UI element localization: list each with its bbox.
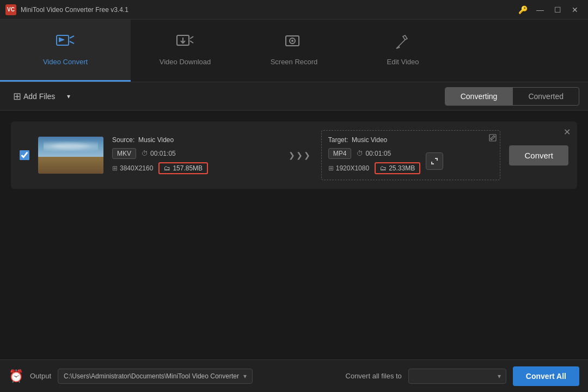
- source-resolution-item: ⊞ 3840X2160: [112, 164, 153, 172]
- source-block: Source: Music Video MKV ⏱ 00:01:05 ⊞ 384…: [112, 136, 278, 174]
- target-meta-row1: MP4 ⏱ 00:01:05: [328, 148, 420, 159]
- key-button[interactable]: 🔑: [515, 4, 530, 15]
- nav-item-video-download[interactable]: Video Download: [131, 20, 240, 82]
- convert-all-select[interactable]: [408, 369, 506, 384]
- output-clock-icon: ⏰: [9, 369, 23, 383]
- target-resize-button[interactable]: [426, 152, 443, 170]
- source-size: 157.85MB: [173, 164, 203, 172]
- file-checkbox[interactable]: [20, 150, 29, 160]
- source-label: Source: Music Video: [112, 136, 278, 144]
- target-name: Music Video: [352, 136, 387, 144]
- nav-label-screen-record: Screen Record: [271, 58, 318, 66]
- convert-all-button[interactable]: Convert All: [513, 366, 579, 386]
- nav-label-edit-video: Edit Video: [387, 58, 419, 66]
- source-resolution: 3840X2160: [120, 164, 153, 172]
- source-label-text: Source:: [112, 136, 134, 144]
- target-size-box: 🗂 25.33MB: [375, 162, 420, 174]
- target-size-icon: 🗂: [380, 164, 387, 172]
- bottom-bar: ⏰ Output C:\Users\Administrator\Document…: [0, 359, 588, 392]
- add-files-button[interactable]: ⊞ Add Files: [9, 87, 59, 106]
- file-card: ✕ Source: Music Video MKV ⏱ 00:01:05: [11, 121, 577, 189]
- nav-item-screen-record[interactable]: Screen Record: [240, 20, 348, 82]
- source-meta-row2: ⊞ 3840X2160 🗂 157.85MB: [112, 162, 278, 174]
- source-size-box: 🗂 157.85MB: [158, 162, 208, 174]
- maximize-button[interactable]: ☐: [550, 4, 565, 15]
- screen-record-icon: [284, 34, 304, 53]
- edit-video-icon: [393, 34, 413, 53]
- add-files-dropdown-button[interactable]: ▾: [64, 89, 74, 103]
- video-convert-icon: [56, 34, 75, 53]
- add-files-label: Add Files: [23, 92, 55, 101]
- nav-label-video-convert: Video Convert: [43, 58, 88, 66]
- svg-point-9: [291, 40, 293, 42]
- target-resolution-item: ⊞ 1920X1080: [328, 164, 369, 172]
- source-duration: 00:01:05: [150, 150, 176, 157]
- minimize-button[interactable]: —: [532, 4, 548, 15]
- tab-converted[interactable]: Converted: [513, 88, 579, 105]
- svg-line-2: [70, 41, 74, 44]
- target-label: Target: Music Video: [328, 136, 494, 144]
- target-meta-row: MP4 ⏱ 00:01:05 ⊞ 1920X1080: [328, 148, 494, 174]
- target-edit-button[interactable]: [489, 134, 497, 143]
- source-clock-icon: ⏱: [142, 150, 148, 157]
- file-info: Source: Music Video MKV ⏱ 00:01:05 ⊞ 384…: [112, 130, 500, 180]
- source-name: Music Video: [138, 136, 174, 144]
- target-res-icon: ⊞: [328, 164, 334, 172]
- svg-line-6: [190, 41, 193, 43]
- add-files-plus-icon: ⊞: [13, 90, 21, 102]
- video-download-icon: [175, 34, 195, 53]
- target-label-text: Target:: [328, 136, 348, 144]
- tab-converting[interactable]: Converting: [445, 88, 513, 105]
- source-res-icon: ⊞: [112, 164, 118, 172]
- nav-item-video-convert[interactable]: Video Convert: [0, 20, 131, 82]
- target-size: 25.33MB: [389, 164, 415, 172]
- close-button[interactable]: ✕: [567, 4, 583, 15]
- title-bar: VC MiniTool Video Converter Free v3.4.1 …: [0, 0, 588, 20]
- source-size-icon: 🗂: [164, 164, 170, 172]
- source-format: MKV: [112, 148, 136, 159]
- tab-group: Converting Converted: [445, 87, 579, 106]
- target-resolution: 1920X1080: [336, 164, 369, 172]
- file-card-close-button[interactable]: ✕: [564, 127, 571, 137]
- target-duration-item: ⏱ 00:01:05: [357, 150, 391, 157]
- app-logo: VC: [5, 4, 16, 15]
- nav-label-video-download: Video Download: [160, 58, 211, 66]
- svg-rect-12: [489, 134, 496, 141]
- target-duration: 00:01:05: [365, 150, 391, 157]
- svg-line-11: [399, 46, 400, 47]
- target-meta-row2: ⊞ 1920X1080 🗂 25.33MB: [328, 162, 420, 174]
- output-path-dropdown-icon: ▾: [243, 372, 247, 380]
- svg-line-1: [70, 36, 74, 38]
- source-meta-row: MKV ⏱ 00:01:05: [112, 148, 278, 159]
- convert-all-files-label: Convert all files to: [346, 372, 402, 380]
- file-thumbnail: [38, 137, 103, 174]
- content-area: ✕ Source: Music Video MKV ⏱ 00:01:05: [0, 111, 588, 359]
- source-duration-item: ⏱ 00:01:05: [142, 150, 176, 157]
- convert-all-select-wrapper: [408, 369, 506, 384]
- title-bar-left: VC MiniTool Video Converter Free v3.4.1: [5, 4, 128, 15]
- target-clock-icon: ⏱: [357, 150, 363, 157]
- title-bar-controls: 🔑 — ☐ ✕: [515, 4, 583, 15]
- convert-button[interactable]: Convert: [509, 145, 568, 166]
- toolbar: ⊞ Add Files ▾ Converting Converted: [0, 82, 588, 111]
- arrows: ❯❯❯: [284, 151, 315, 160]
- svg-line-5: [190, 36, 193, 39]
- output-path-box[interactable]: C:\Users\Administrator\Documents\MiniToo…: [58, 369, 253, 384]
- nav-item-edit-video[interactable]: Edit Video: [348, 20, 457, 82]
- target-block: Target: Music Video MP4 ⏱ 00:01:05: [321, 130, 501, 180]
- output-label: Output: [30, 372, 51, 380]
- nav-bar: Video Convert Video Download: [0, 20, 588, 82]
- target-format: MP4: [328, 148, 352, 159]
- app-title: MiniTool Video Converter Free v3.4.1: [21, 6, 128, 14]
- output-path-text: C:\Users\Administrator\Documents\MiniToo…: [64, 372, 239, 380]
